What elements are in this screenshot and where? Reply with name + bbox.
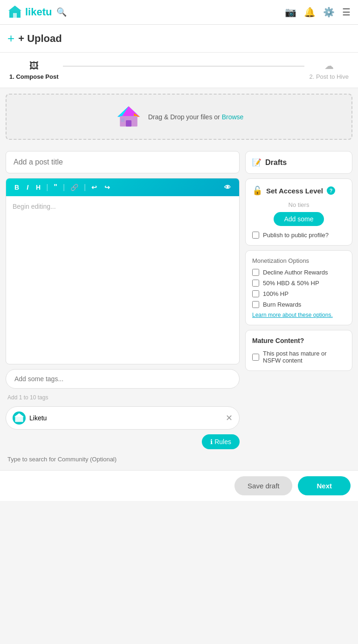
redo-button[interactable]: ↪ <box>102 183 113 192</box>
add-some-button[interactable]: Add some <box>274 212 324 226</box>
mature-checkbox-row: This post has mature or NSFW content <box>252 350 345 364</box>
decline-rewards-label: Decline Author Rewards <box>263 269 328 276</box>
compose-icon: 🖼 <box>29 61 39 71</box>
post-label: 2. Post to Hive <box>309 73 349 80</box>
logo-icon <box>7 5 22 20</box>
browse-link[interactable]: Browse <box>222 113 244 121</box>
monetize-option-100hp: 100% HP <box>252 290 345 297</box>
tags-input[interactable] <box>6 369 240 389</box>
bell-icon[interactable]: 🔔 <box>304 7 316 18</box>
community-logo <box>13 411 26 425</box>
left-panel: B I H | " | 🔗 | ↩ ↪ 👁 Begin editing... <box>6 151 240 465</box>
drafts-panel: 📝 Drafts <box>245 151 352 174</box>
access-level-panel: 🔓 Set Access Level ? No tiers Add some P… <box>245 178 352 246</box>
header-right: 📷 🔔 ⚙️ ☰ <box>285 7 351 18</box>
50hbd-50hp-checkbox[interactable] <box>252 280 259 287</box>
monetization-panel: Monetization Options Decline Author Rewa… <box>245 250 352 325</box>
mature-content-panel: Mature Content? This post has mature or … <box>245 330 352 371</box>
italic-button[interactable]: I <box>24 183 31 192</box>
svg-rect-7 <box>126 120 131 127</box>
menu-icon[interactable]: ☰ <box>342 7 351 18</box>
mature-checkbox[interactable] <box>252 354 259 361</box>
upload-label: + Upload <box>18 33 62 45</box>
link-icon: 🔗 <box>70 184 78 191</box>
access-label: Set Access Level <box>266 187 323 195</box>
learn-more-link[interactable]: Learn more about these options. <box>252 312 345 318</box>
burn-rewards-checkbox[interactable] <box>252 301 259 308</box>
mature-header: Mature Content? <box>252 337 345 344</box>
editor-toolbar: B I H | " | 🔗 | ↩ ↪ 👁 <box>6 178 239 196</box>
publish-profile-label: Publish to public profile? <box>263 232 329 239</box>
step-compose: 🖼 1. Compose Post <box>9 61 58 80</box>
monetization-label: Monetization Options <box>252 257 345 264</box>
editor-placeholder: Begin editing... <box>13 203 56 210</box>
compose-label: 1. Compose Post <box>9 73 58 80</box>
post-title-input[interactable] <box>6 151 240 173</box>
svg-marker-10 <box>14 413 24 417</box>
undo-button[interactable]: ↩ <box>89 183 100 192</box>
community-search-input[interactable] <box>6 454 240 465</box>
divider3: | <box>84 183 86 192</box>
upload-title: + + Upload <box>0 25 358 53</box>
publish-profile-row: Publish to public profile? <box>252 232 345 239</box>
rules-button[interactable]: ℹ Rules <box>202 434 240 449</box>
monetize-option-burn: Burn Rewards <box>252 301 345 308</box>
next-button[interactable]: Next <box>298 476 351 495</box>
right-panel: 📝 Drafts 🔓 Set Access Level ? No tiers A… <box>245 151 352 371</box>
100hp-checkbox[interactable] <box>252 290 259 297</box>
preview-button[interactable]: 👁 <box>221 183 234 192</box>
logo-text: liketu <box>25 6 52 18</box>
heading-button[interactable]: H <box>33 183 43 192</box>
drop-zone[interactable]: Drag & Drop your files or Browse <box>6 94 352 140</box>
divider2: | <box>63 183 65 192</box>
monetize-option-decline: Decline Author Rewards <box>252 269 345 276</box>
editor-body[interactable]: Begin editing... <box>6 196 239 364</box>
monetize-option-50hbd: 50% HBD & 50% HP <box>252 280 345 287</box>
plus-icon: + <box>7 31 14 46</box>
divider1: | <box>46 183 48 192</box>
mature-label: This post has mature or NSFW content <box>263 350 345 364</box>
drafts-label: Drafts <box>265 158 287 167</box>
publish-profile-checkbox[interactable] <box>252 232 259 239</box>
svg-rect-2 <box>13 13 17 18</box>
svg-rect-8 <box>121 118 124 122</box>
access-header: 🔓 Set Access Level ? <box>252 185 345 196</box>
header-left: liketu 🔍 <box>7 5 67 20</box>
100hp-label: 100% HP <box>263 290 289 297</box>
search-icon: 🔍 <box>56 7 67 17</box>
drop-text: Drag & Drop your files or Browse <box>148 113 244 121</box>
help-icon[interactable]: ? <box>327 186 335 195</box>
logo: liketu <box>7 5 52 20</box>
decline-rewards-checkbox[interactable] <box>252 269 259 276</box>
header: liketu 🔍 📷 🔔 ⚙️ ☰ <box>0 0 358 25</box>
drafts-header: 📝 Drafts <box>252 158 345 167</box>
upload-house-icon <box>115 104 143 130</box>
access-icon: 🔓 <box>252 185 262 196</box>
step-post: ☁ 2. Post to Hive <box>309 60 349 80</box>
community-name: Liketu <box>29 414 222 422</box>
community-logo-icon <box>14 412 25 424</box>
progress-line <box>63 66 304 67</box>
community-close-button[interactable]: ✕ <box>226 413 233 423</box>
community-row: Liketu ✕ <box>6 406 240 430</box>
bold-button[interactable]: B <box>12 183 22 192</box>
eye-icon: 👁 <box>224 184 231 191</box>
quote-button[interactable]: " <box>51 182 60 192</box>
tags-hint: Add 1 to 10 tags <box>6 393 240 402</box>
editor-container: B I H | " | 🔗 | ↩ ↪ 👁 Begin editing... <box>6 178 240 364</box>
drafts-icon: 📝 <box>252 158 262 167</box>
gear-icon[interactable]: ⚙️ <box>323 7 335 18</box>
svg-marker-1 <box>8 6 21 11</box>
link-button[interactable]: 🔗 <box>68 183 81 192</box>
search-button[interactable]: 🔍 <box>56 7 67 17</box>
save-draft-button[interactable]: Save draft <box>234 476 292 495</box>
camera-icon[interactable]: 📷 <box>285 7 296 18</box>
bottom-actions: Save draft Next <box>0 470 358 501</box>
burn-rewards-label: Burn Rewards <box>263 301 301 308</box>
progress-bar: 🖼 1. Compose Post ☁ 2. Post to Hive <box>0 53 358 88</box>
post-icon: ☁ <box>324 60 334 71</box>
no-tiers-text: No tiers <box>252 201 345 208</box>
main-content: B I H | " | 🔗 | ↩ ↪ 👁 Begin editing... <box>0 145 358 470</box>
50hbd-50hp-label: 50% HBD & 50% HP <box>263 280 319 287</box>
